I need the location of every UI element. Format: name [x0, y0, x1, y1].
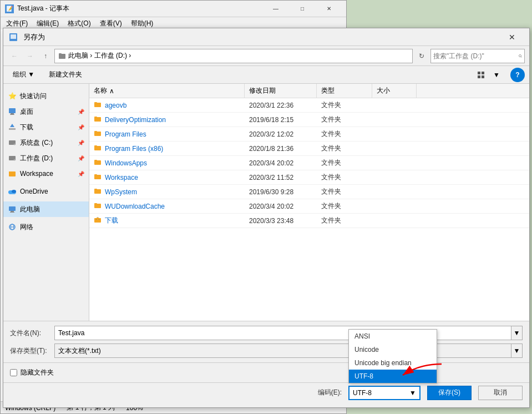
svg-rect-42	[94, 189, 101, 194]
svg-marker-14	[10, 124, 14, 127]
hide-files-row: 隐藏文件夹	[3, 362, 529, 382]
nav-network-label: 网络	[20, 223, 33, 232]
file-name: ageovb	[105, 102, 126, 109]
notepad-title-buttons: — □ ✕	[263, 1, 342, 17]
file-row[interactable]: Workspace 2020/3/2 11:52 文件夹	[89, 170, 529, 185]
dialog-bottom: 文件名(N): ▼ 保存类型(T): ▼	[3, 321, 529, 362]
col-header-type[interactable]: 类型	[317, 84, 372, 98]
svg-rect-33	[94, 117, 97, 118]
nav-quick-access[interactable]: ⭐ 快速访问	[3, 88, 89, 104]
file-row[interactable]: Program Files (x86) 2020/1/8 21:36 文件夹	[89, 142, 529, 156]
address-path[interactable]: 此电脑 › 工作盘 (D:) ›	[54, 49, 413, 63]
file-date: 2020/3/1 22:36	[245, 102, 317, 109]
search-box[interactable]	[430, 49, 525, 63]
folder-icon	[94, 158, 102, 168]
dialog-title: 另存为	[23, 32, 499, 42]
file-row[interactable]: ageovb 2020/3/1 22:36 文件夹	[89, 98, 529, 113]
refresh-button[interactable]: ↻	[415, 49, 428, 63]
dialog-titlebar: 另存为 ✕	[3, 28, 529, 46]
col-header-name[interactable]: 名称 ∧	[89, 84, 245, 98]
hide-files-checkbox[interactable]	[10, 369, 17, 376]
svg-point-23	[12, 190, 16, 193]
notepad-title: Test.java - 记事本	[17, 4, 263, 13]
file-row[interactable]: Program Files 2020/3/2 12:02 文件夹	[89, 127, 529, 142]
view-mode-button[interactable]	[474, 68, 488, 82]
nav-network[interactable]: 网络	[3, 219, 89, 235]
file-row[interactable]: WpSystem 2019/6/30 9:28 文件夹	[89, 185, 529, 199]
file-row[interactable]: 下载 2020/3/3 23:48 文件夹	[89, 214, 529, 228]
dialog-close-button[interactable]: ✕	[499, 28, 525, 46]
file-date: 2020/3/4 20:02	[245, 203, 317, 210]
filetype-row: 保存类型(T): ▼	[10, 344, 523, 358]
encoding-option-unicode-big[interactable]: Unicode big endian	[349, 356, 437, 370]
quick-access-icon: ⭐	[8, 92, 17, 100]
organize-button[interactable]: 组织 ▼	[8, 68, 39, 82]
encoding-option-ansi[interactable]: ANSI	[349, 330, 437, 343]
svg-rect-38	[94, 160, 101, 165]
nav-desktop[interactable]: 桌面 📌	[3, 104, 89, 119]
file-list-area: 名称 ∧ 修改日期 类型 大小 ageovb 2020/3/1 22:36 文件…	[89, 84, 529, 321]
view-dropdown-button[interactable]: ▼	[489, 68, 504, 82]
nav-workspace[interactable]: Workspace 📌	[3, 166, 89, 181]
encoding-value: UTF-8	[353, 389, 372, 397]
drive-d-icon	[8, 154, 17, 163]
save-button[interactable]: 保存(S)	[427, 386, 472, 400]
folder-icon	[94, 173, 102, 182]
svg-rect-32	[94, 117, 101, 122]
file-row[interactable]: DeliveryOptimization 2019/6/18 2:15 文件夹	[89, 113, 529, 127]
svg-rect-20	[9, 171, 12, 173]
nav-drive-c[interactable]: 系统盘 (C:) 📌	[3, 135, 89, 150]
file-type: 文件夹	[317, 187, 372, 196]
filetype-input[interactable]	[54, 344, 511, 358]
help-button[interactable]: ?	[510, 68, 525, 82]
file-row[interactable]: WUDownloadCache 2020/3/4 20:02 文件夹	[89, 199, 529, 214]
encoding-dropdown[interactable]: UTF-8 ▼	[348, 386, 420, 400]
svg-rect-48	[97, 218, 99, 220]
folder-icon	[94, 201, 102, 211]
back-button[interactable]: ←	[8, 49, 21, 63]
col-header-size[interactable]: 大小	[372, 84, 417, 98]
encoding-option-unicode[interactable]: Unicode	[349, 343, 437, 356]
col-header-date[interactable]: 修改日期	[245, 84, 317, 98]
workspace-pin-icon: 📌	[78, 171, 84, 177]
folder-icon	[94, 216, 102, 225]
nav-thispc[interactable]: 此电脑	[3, 201, 89, 217]
network-icon	[8, 223, 17, 231]
dialog-icon	[8, 32, 19, 43]
nav-drive-d[interactable]: 工作盘 (D:) 📌	[3, 150, 89, 166]
filetype-dropdown-button[interactable]: ▼	[511, 344, 523, 358]
svg-rect-10	[9, 108, 16, 113]
file-row[interactable]: WindowsApps 2020/3/4 20:02 文件夹	[89, 156, 529, 170]
svg-rect-41	[94, 174, 97, 175]
desktop-icon	[8, 107, 17, 116]
folder-icon	[94, 144, 102, 153]
up-button[interactable]: ↑	[39, 49, 52, 63]
nav-onedrive-label: OneDrive	[20, 188, 48, 195]
file-type: 文件夹	[317, 129, 372, 139]
svg-rect-12	[10, 114, 14, 115]
filename-input[interactable]	[54, 326, 511, 340]
file-type: 文件夹	[317, 115, 372, 124]
new-folder-button[interactable]: 新建文件夹	[44, 68, 87, 82]
file-name: DeliveryOptimization	[105, 116, 166, 124]
encoding-option-utf8[interactable]: UTF-8	[349, 370, 437, 383]
search-input[interactable]	[433, 52, 516, 60]
svg-rect-24	[9, 206, 16, 211]
dialog-body: ⭐ 快速访问 桌面 📌 下载 📌	[3, 84, 529, 321]
file-rows-container: ageovb 2020/3/1 22:36 文件夹 DeliveryOptimi…	[89, 98, 529, 228]
svg-rect-44	[94, 204, 101, 208]
cancel-button[interactable]: 取消	[478, 386, 523, 400]
nav-onedrive[interactable]: OneDrive	[3, 184, 89, 199]
nav-downloads[interactable]: 下载 📌	[3, 119, 89, 135]
downloads-icon	[8, 123, 17, 132]
maximize-button[interactable]: □	[290, 1, 315, 17]
filename-dropdown-button[interactable]: ▼	[511, 326, 523, 340]
minimize-button[interactable]: —	[263, 1, 288, 17]
forward-button[interactable]: →	[23, 49, 37, 63]
toolbar: 组织 ▼ 新建文件夹 ▼ ?	[3, 66, 529, 84]
filename-label: 文件名(N):	[10, 329, 54, 338]
svg-point-16	[14, 144, 16, 145]
nav-section-thispc: 此电脑	[3, 201, 89, 217]
workspace-folder-icon	[8, 169, 17, 178]
close-button[interactable]: ✕	[316, 1, 342, 17]
